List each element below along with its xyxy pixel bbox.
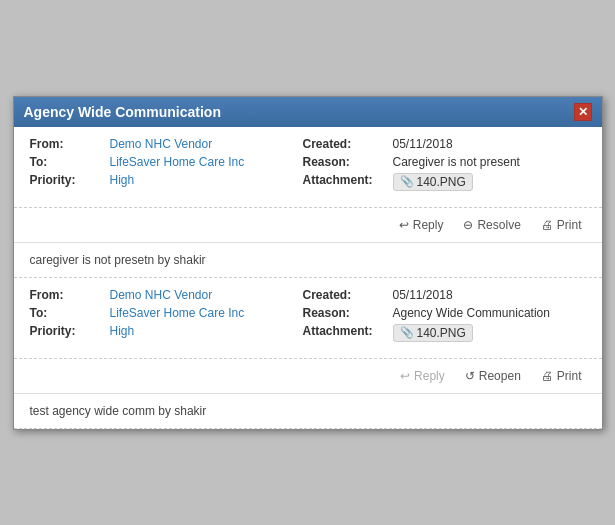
reason-value-2: Agency Wide Communication bbox=[393, 306, 586, 320]
print-icon-1: 🖨 bbox=[541, 218, 553, 232]
attachment-label-2: Attachment: bbox=[303, 324, 393, 342]
from-value-1: Demo NHC Vendor bbox=[110, 137, 303, 151]
attachment-filename-1: 140.PNG bbox=[417, 175, 466, 189]
modal-header: Agency Wide Communication ✕ bbox=[14, 97, 602, 127]
priority-label-1: Priority: bbox=[30, 173, 110, 191]
message-block-1: From: Demo NHC Vendor Created: 05/11/201… bbox=[14, 127, 602, 208]
message-block-2: From: Demo NHC Vendor Created: 05/11/201… bbox=[14, 278, 602, 359]
print-icon-2: 🖨 bbox=[541, 369, 553, 383]
message-text-1: caregiver is not presetn by shakir bbox=[30, 253, 206, 267]
action-bar-1: ↩ Reply ⊖ Resolve 🖨 Print bbox=[14, 208, 602, 243]
reply-icon-2: ↩ bbox=[400, 369, 410, 383]
created-value-1: 05/11/2018 bbox=[393, 137, 586, 151]
attachment-icon-2: 📎 bbox=[400, 326, 414, 339]
from-value-2: Demo NHC Vendor bbox=[110, 288, 303, 302]
message-meta-2: From: Demo NHC Vendor Created: 05/11/201… bbox=[30, 288, 586, 342]
from-label-1: From: bbox=[30, 137, 110, 151]
resolve-icon-1: ⊖ bbox=[463, 218, 473, 232]
to-value-2: LifeSaver Home Care Inc bbox=[110, 306, 303, 320]
attachment-badge-2[interactable]: 📎 140.PNG bbox=[393, 324, 586, 342]
created-label-2: Created: bbox=[303, 288, 393, 302]
message-content-2: test agency wide comm by shakir bbox=[14, 394, 602, 429]
print-button-2[interactable]: 🖨 Print bbox=[537, 367, 586, 385]
reply-button-2[interactable]: ↩ Reply bbox=[396, 367, 449, 385]
attachment-label-1: Attachment: bbox=[303, 173, 393, 191]
created-label-1: Created: bbox=[303, 137, 393, 151]
reopen-button-2[interactable]: ↺ Reopen bbox=[461, 367, 525, 385]
to-label-1: To: bbox=[30, 155, 110, 169]
modal-body: From: Demo NHC Vendor Created: 05/11/201… bbox=[14, 127, 602, 429]
reopen-icon-2: ↺ bbox=[465, 369, 475, 383]
priority-value-2: High bbox=[110, 324, 303, 342]
created-value-2: 05/11/2018 bbox=[393, 288, 586, 302]
reason-value-1: Caregiver is not present bbox=[393, 155, 586, 169]
attachment-badge-1[interactable]: 📎 140.PNG bbox=[393, 173, 586, 191]
priority-value-1: High bbox=[110, 173, 303, 191]
resolve-button-1[interactable]: ⊖ Resolve bbox=[459, 216, 524, 234]
attachment-filename-2: 140.PNG bbox=[417, 326, 466, 340]
modal-title: Agency Wide Communication bbox=[24, 104, 221, 120]
reason-label-1: Reason: bbox=[303, 155, 393, 169]
close-button[interactable]: ✕ bbox=[574, 103, 592, 121]
reply-button-1[interactable]: ↩ Reply bbox=[395, 216, 448, 234]
agency-wide-communication-modal: Agency Wide Communication ✕ From: Demo N… bbox=[13, 96, 603, 430]
print-button-1[interactable]: 🖨 Print bbox=[537, 216, 586, 234]
priority-label-2: Priority: bbox=[30, 324, 110, 342]
to-label-2: To: bbox=[30, 306, 110, 320]
reply-icon-1: ↩ bbox=[399, 218, 409, 232]
from-label-2: From: bbox=[30, 288, 110, 302]
reason-label-2: Reason: bbox=[303, 306, 393, 320]
message-meta-1: From: Demo NHC Vendor Created: 05/11/201… bbox=[30, 137, 586, 191]
to-value-1: LifeSaver Home Care Inc bbox=[110, 155, 303, 169]
action-bar-2: ↩ Reply ↺ Reopen 🖨 Print bbox=[14, 359, 602, 394]
message-content-1: caregiver is not presetn by shakir bbox=[14, 243, 602, 278]
message-text-2: test agency wide comm by shakir bbox=[30, 404, 207, 418]
attachment-icon-1: 📎 bbox=[400, 175, 414, 188]
